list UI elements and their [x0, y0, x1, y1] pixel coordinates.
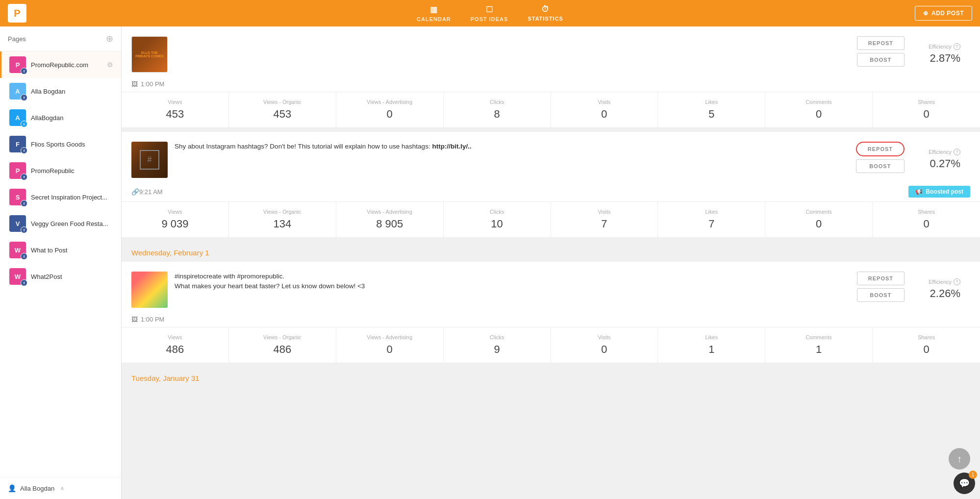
stat-visits-1: Visits 0 — [551, 92, 658, 127]
sidebar-item-name-secret: Secret Inspiration Project... — [31, 194, 113, 201]
repost-button-1[interactable]: REPOST — [857, 36, 905, 50]
fb-badge-what2: f — [21, 279, 27, 286]
content-area: ELLS THE FRIDAYS COMES REPOST BOOST Effi… — [122, 26, 980, 499]
sidebar-add-icon[interactable]: ⊕ — [106, 33, 113, 44]
stat-shares-1: Shares 0 — [873, 92, 980, 127]
scroll-up-button[interactable]: ↑ — [949, 448, 970, 470]
sidebar-item-name-flios: Flios Sports Goods — [31, 141, 113, 148]
nav-post-ideas[interactable]: ☐ POST IDEAS — [471, 5, 508, 22]
stat-comments-label-3: Comments — [770, 334, 867, 340]
add-post-label: ADD POST — [931, 10, 964, 17]
post-text-2: Shy about Instagram hashtags? Don't be! … — [175, 142, 849, 151]
sidebar-item-veggy[interactable]: V f Veggy Green Food Resta... — [0, 210, 121, 237]
stat-views-advertising-2: Views - Advertising 8 905 — [336, 202, 444, 237]
avatar-promor: P f — [9, 56, 26, 73]
calendar-icon: ▦ — [430, 5, 438, 14]
sidebar-item-allabogdan[interactable]: A t AllaBogdan — [0, 104, 121, 131]
post-time-row-1: 🖼 1:00 PM — [122, 78, 980, 92]
sidebar-header: Pages ⊕ — [0, 26, 121, 51]
top-nav: P ▦ CALENDAR ☐ POST IDEAS ⏱ STATISTICS ⊕… — [0, 0, 980, 26]
avatar-flios: F f — [9, 136, 26, 152]
avatar-secret: S f — [9, 189, 26, 205]
repost-button-3[interactable]: REPOST — [857, 272, 905, 285]
nav-calendar-label: CALENDAR — [417, 16, 451, 22]
post-ideas-icon: ☐ — [486, 5, 493, 14]
stat-shares-label-3: Shares — [878, 334, 975, 340]
nav-statistics[interactable]: ⏱ STATISTICS — [528, 5, 563, 22]
sidebar-item-flios[interactable]: F f Flios Sports Goods — [0, 131, 121, 157]
day-date-wednesday: February 1 — [174, 249, 209, 257]
stat-clicks-label-3: Clicks — [449, 334, 546, 340]
boosted-label-2: Boosted post — [926, 188, 963, 195]
post-time-2: 9:21 AM — [139, 188, 163, 196]
stat-clicks-label-1: Clicks — [449, 99, 546, 105]
nav-calendar[interactable]: ▦ CALENDAR — [417, 5, 451, 22]
stat-views-organic-value-2: 134 — [234, 218, 331, 230]
stat-visits-label-1: Visits — [556, 99, 653, 105]
stat-views-advertising-label-2: Views - Advertising — [341, 209, 438, 215]
fb-badge-secret: f — [21, 200, 27, 207]
logo[interactable]: P — [8, 4, 26, 23]
info-icon-2[interactable]: ? — [954, 149, 960, 155]
avatar-veggy: V f — [9, 215, 26, 232]
stat-comments-2: Comments 0 — [765, 202, 873, 237]
gear-icon-promor[interactable]: ⚙ — [107, 61, 113, 69]
stat-views-advertising-1: Views - Advertising 0 — [336, 92, 444, 127]
boost-button-1[interactable]: BOOST — [857, 53, 905, 67]
stat-comments-label-2: Comments — [770, 209, 867, 215]
stat-views-organic-label-1: Views - Organic — [234, 99, 331, 105]
sidebar-item-whatto[interactable]: W f What to Post — [0, 237, 121, 263]
sidebar-item-name-promor: PromoRepublic.com — [31, 61, 102, 69]
post-text-plain-3: #inspiretocreate with #promorepublic.Wha… — [175, 273, 365, 290]
day-date-tuesday: January 31 — [163, 374, 199, 382]
stat-likes-label-3: Likes — [663, 334, 760, 340]
stat-visits-value-3: 0 — [556, 343, 653, 356]
efficiency-label-text-3: Efficiency — [929, 279, 952, 285]
sidebar-item-promorepublic[interactable]: P f PromoRepublic — [0, 157, 121, 184]
stat-likes-2: Likes 7 — [658, 202, 765, 237]
avatar-promorepublic: P f — [9, 162, 26, 179]
add-icon: ⊕ — [923, 10, 929, 17]
sidebar-footer[interactable]: 👤 Alla Bogdan ∧ — [0, 477, 121, 499]
stat-views-organic-label-2: Views - Organic — [234, 209, 331, 215]
time-icon-3: 🖼 — [131, 316, 138, 323]
fb-badge-flios: f — [21, 147, 27, 154]
day-label-wednesday: Wednesday, — [131, 249, 172, 257]
info-icon-1[interactable]: ? — [954, 43, 960, 50]
post-actions-1: REPOST BOOST — [857, 36, 905, 67]
stat-shares-2: Shares 0 — [873, 202, 980, 237]
efficiency-cell-1: Efficiency ? 2.87% — [911, 36, 970, 72]
stat-views-organic-1: Views - Organic 453 — [229, 92, 336, 127]
stat-clicks-value-1: 8 — [449, 108, 546, 121]
stat-views-organic-3: Views - Organic 486 — [229, 327, 336, 363]
sidebar-item-name-allabogdan: AllaBogdan — [31, 114, 113, 122]
stat-shares-value-3: 0 — [878, 343, 975, 356]
stat-clicks-1: Clicks 8 — [444, 92, 551, 127]
efficiency-value-3: 2.26% — [921, 287, 960, 300]
sidebar-item-secret[interactable]: S f Secret Inspiration Project... — [0, 184, 121, 210]
sidebar-item-name-whatto: What to Post — [31, 247, 113, 254]
chat-button[interactable]: 💬 1 — [954, 473, 975, 494]
stat-likes-value-1: 5 — [663, 108, 760, 121]
sidebar-item-what2[interactable]: W f What2Post — [0, 263, 121, 290]
post-header-1: ELLS THE FRIDAYS COMES REPOST BOOST Effi… — [122, 26, 980, 78]
add-post-button[interactable]: ⊕ ADD POST — [915, 6, 972, 21]
stat-views-label-1: Views — [126, 99, 224, 105]
footer-user-name: Alla Bogdan — [20, 485, 54, 492]
boost-button-2[interactable]: BOOST — [856, 159, 905, 173]
statistics-icon: ⏱ — [541, 5, 550, 14]
stats-grid-3: Views 486 Views - Organic 486 Views - Ad… — [122, 327, 980, 363]
info-icon-3[interactable]: ? — [954, 278, 960, 285]
efficiency-label-text-1: Efficiency — [929, 44, 952, 50]
boost-button-3[interactable]: BOOST — [857, 288, 905, 302]
sidebar-item-alla[interactable]: A f Alla Bogdan — [0, 78, 121, 104]
repost-button-2[interactable]: REPOST — [856, 142, 905, 156]
stat-shares-3: Shares 0 — [873, 327, 980, 363]
time-icon-1: 🖼 — [131, 80, 138, 88]
sidebar-item-promor[interactable]: P f PromoRepublic.com ⚙ — [0, 51, 121, 78]
efficiency-value-2: 0.27% — [921, 157, 960, 170]
post-time-1: 1:00 PM — [141, 80, 164, 88]
stat-views-advertising-value-1: 0 — [341, 108, 438, 121]
main-layout: Pages ⊕ P f PromoRepublic.com ⚙ A f Alla… — [0, 26, 980, 499]
avatar-allabogdan: A t — [9, 109, 26, 126]
